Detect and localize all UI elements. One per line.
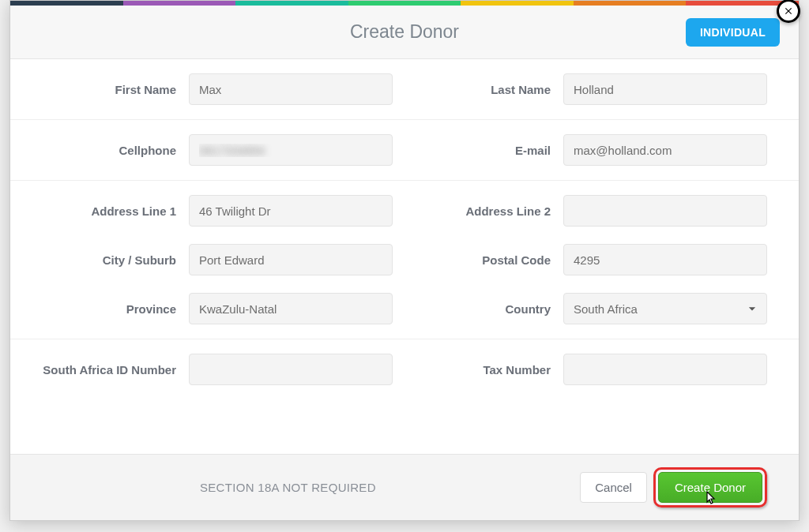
field-address1: Address Line 1 [42,195,393,227]
section-name: First Name Last Name [10,59,799,120]
create-donor-button[interactable]: Create Donor [658,472,762,503]
city-label: City / Suburb [42,253,176,267]
section-18a-note: SECTION 18A NOT REQUIRED [200,481,376,494]
field-country: Country South Africa [416,293,767,324]
field-province: Province [42,293,393,324]
country-select[interactable]: South Africa [563,293,767,324]
province-label: Province [42,302,176,316]
section-identifiers: South Africa ID Number Tax Number [10,339,799,399]
cancel-button[interactable]: Cancel [580,472,647,503]
sa-id-input[interactable] [189,354,393,385]
country-label: Country [416,302,551,316]
cellphone-input[interactable] [189,134,393,166]
first-name-input[interactable] [189,73,393,105]
address1-input[interactable] [189,195,393,227]
form-body: First Name Last Name Cellphone E-mail [10,59,799,454]
close-icon [783,6,794,17]
province-input[interactable] [189,293,393,324]
section-address: Address Line 1 Address Line 2 City / Sub… [10,181,799,339]
sa-id-label: South Africa ID Number [42,363,176,377]
footer-actions: Cancel Create Donor [580,467,767,508]
create-donor-label: Create Donor [675,481,746,494]
email-input[interactable] [563,134,767,166]
first-name-label: First Name [42,83,176,96]
modal-footer: SECTION 18A NOT REQUIRED Cancel Create D… [10,454,799,520]
last-name-input[interactable] [563,73,767,105]
field-sa-id: South Africa ID Number [42,354,393,385]
tax-number-label: Tax Number [416,363,551,377]
create-donor-modal: Create Donor INDIVIDUAL First Name Last … [9,0,800,521]
field-cellphone: Cellphone [42,134,393,166]
modal-header: Create Donor INDIVIDUAL [10,6,799,59]
field-email: E-mail [416,134,767,166]
tax-number-input[interactable] [563,354,767,385]
section-contact: Cellphone E-mail [10,120,799,181]
field-tax-number: Tax Number [416,354,767,385]
submit-highlight: Create Donor [653,467,767,508]
field-first-name: First Name [42,73,393,105]
close-button[interactable] [777,0,800,23]
postal-input[interactable] [563,244,767,275]
email-label: E-mail [416,144,551,157]
cellphone-label: Cellphone [42,144,176,157]
field-last-name: Last Name [416,73,767,105]
modal-title: Create Donor [350,21,459,43]
address1-label: Address Line 1 [42,204,176,218]
address2-input[interactable] [563,195,767,227]
last-name-label: Last Name [416,83,551,96]
field-postal: Postal Code [416,244,767,275]
city-input[interactable] [189,244,393,275]
address2-label: Address Line 2 [416,204,551,218]
donor-type-badge[interactable]: INDIVIDUAL [686,18,780,47]
postal-label: Postal Code [416,253,551,267]
field-address2: Address Line 2 [416,195,767,227]
field-city: City / Suburb [42,244,393,275]
